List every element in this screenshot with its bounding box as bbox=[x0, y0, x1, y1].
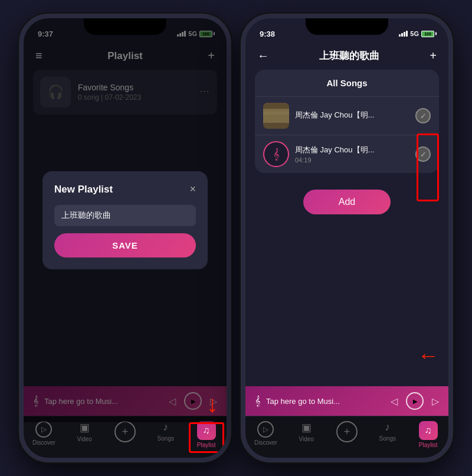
music-symbol-icon: 𝄞 bbox=[273, 148, 280, 161]
song-item-2[interactable]: 𝄞 周杰倫 Jay Chou【明... 04:19 bbox=[255, 135, 439, 173]
nav-video-label-2: Video bbox=[299, 436, 313, 442]
left-arrow: ← bbox=[418, 343, 439, 368]
modal-header: New Playlist × bbox=[54, 183, 196, 195]
phone-2: 9:38 5G 100 ← 上班聽的歌曲 + All Songs bbox=[241, 14, 453, 462]
nav-playlist-2[interactable]: ♫ Playlist bbox=[408, 421, 448, 448]
nav-add-2[interactable]: + bbox=[327, 421, 368, 448]
nav-video-label-1: Video bbox=[77, 436, 91, 442]
modal-title: New Playlist bbox=[54, 184, 113, 195]
video-icon-1: ▣ bbox=[80, 421, 90, 434]
nav-discover-label-2: Discover bbox=[254, 439, 277, 446]
discover-icon-1: ▷ bbox=[35, 421, 52, 438]
song-thumb-1 bbox=[263, 103, 289, 129]
add-icon-1: + bbox=[114, 421, 136, 442]
songs-icon-2: ♪ bbox=[385, 421, 390, 433]
songs-icon-1: ♪ bbox=[163, 421, 168, 433]
svg-rect-2 bbox=[263, 112, 289, 115]
all-songs-title: All Songs bbox=[255, 70, 439, 97]
nav-playlist-1[interactable]: ♫ Playlist bbox=[186, 421, 227, 448]
nav-video-2[interactable]: ▣ Video bbox=[286, 421, 327, 448]
discover-icon-2: ▷ bbox=[257, 421, 274, 438]
battery-2: 100 bbox=[421, 31, 434, 37]
check-circle-2[interactable] bbox=[415, 146, 431, 162]
song-list-container: All Songs 周杰倫 Jay Chou【明... bbox=[245, 70, 448, 386]
nav-playlist-label-1: Playlist bbox=[197, 442, 216, 448]
nav-songs-label-2: Songs bbox=[379, 435, 396, 442]
nav-songs-2[interactable]: ♪ Songs bbox=[367, 421, 408, 448]
status-right-2: 5G 100 bbox=[399, 30, 434, 37]
nav-discover-label-1: Discover bbox=[32, 439, 55, 446]
signal-bars-2 bbox=[399, 31, 408, 37]
nav-discover-1[interactable]: ▷ Discover bbox=[24, 421, 64, 448]
playlist-name-input[interactable] bbox=[54, 205, 196, 226]
playlist-icon-active-2: ♫ bbox=[419, 421, 438, 440]
modal-overlay: New Playlist × SAVE bbox=[24, 18, 227, 422]
song-name-2: 周杰倫 Jay Chou【明... bbox=[295, 145, 409, 155]
video-icon-2: ▣ bbox=[301, 421, 312, 434]
add-song-icon[interactable]: + bbox=[430, 49, 437, 63]
phone-1: 9:37 5G 100 ≡ Playlist + 🎧 Favor bbox=[19, 14, 231, 462]
notch-2 bbox=[306, 18, 388, 35]
song-item-1[interactable]: 周杰倫 Jay Chou【明... bbox=[255, 97, 439, 135]
next-button-2[interactable]: ▷ bbox=[432, 396, 439, 407]
np-controls-2: ◁ ▶ ▷ bbox=[391, 392, 439, 410]
app-header-2: ← 上班聽的歌曲 + bbox=[245, 44, 448, 70]
song-image-1 bbox=[263, 103, 289, 129]
save-playlist-button[interactable]: SAVE bbox=[54, 233, 196, 257]
song-info-1: 周杰倫 Jay Chou【明... bbox=[295, 110, 409, 122]
music-note-icon-2: 𝄞 bbox=[255, 396, 260, 406]
svg-rect-1 bbox=[263, 109, 289, 123]
all-songs-panel: All Songs 周杰倫 Jay Chou【明... bbox=[255, 70, 439, 173]
playlist-icon-active-1: ♫ bbox=[197, 421, 216, 440]
notch bbox=[84, 18, 166, 35]
play-icon-2: ▶ bbox=[413, 398, 418, 405]
check-circle-1[interactable] bbox=[415, 108, 431, 123]
song-duration-2: 04:19 bbox=[295, 157, 409, 164]
time-2: 9:38 bbox=[260, 30, 275, 38]
now-playing-title-2: Tap here go to Musi... bbox=[266, 397, 385, 406]
song-thumb-2: 𝄞 bbox=[263, 141, 289, 167]
modal-close-button[interactable]: × bbox=[189, 183, 196, 195]
add-icon-2: + bbox=[336, 421, 358, 442]
back-button[interactable]: ← bbox=[257, 49, 269, 63]
battery-fill-2: 100 bbox=[422, 31, 434, 37]
add-btn-container: Add bbox=[255, 180, 439, 224]
header-title-2: 上班聽的歌曲 bbox=[319, 49, 379, 63]
nav-video-1[interactable]: ▣ Video bbox=[64, 421, 105, 448]
bottom-nav-2: ▷ Discover ▣ Video + ♪ Songs ♫ Playlist bbox=[245, 416, 448, 458]
nav-songs-label-1: Songs bbox=[158, 435, 174, 442]
add-songs-button[interactable]: Add bbox=[303, 190, 391, 214]
song-name-1: 周杰倫 Jay Chou【明... bbox=[295, 110, 409, 120]
new-playlist-modal: New Playlist × SAVE bbox=[42, 171, 208, 269]
now-playing-bar-2[interactable]: 𝄞 Tap here go to Musi... ◁ ▶ ▷ bbox=[245, 386, 448, 416]
song-info-2: 周杰倫 Jay Chou【明... 04:19 bbox=[295, 145, 409, 164]
nav-add-1[interactable]: + bbox=[105, 421, 146, 448]
nav-songs-1[interactable]: ♪ Songs bbox=[145, 421, 186, 448]
network-type-2: 5G bbox=[410, 30, 419, 37]
play-button-2[interactable]: ▶ bbox=[406, 392, 424, 410]
nav-playlist-label-2: Playlist bbox=[419, 442, 438, 448]
prev-button-2[interactable]: ◁ bbox=[391, 396, 398, 407]
nav-discover-2[interactable]: ▷ Discover bbox=[245, 421, 286, 448]
